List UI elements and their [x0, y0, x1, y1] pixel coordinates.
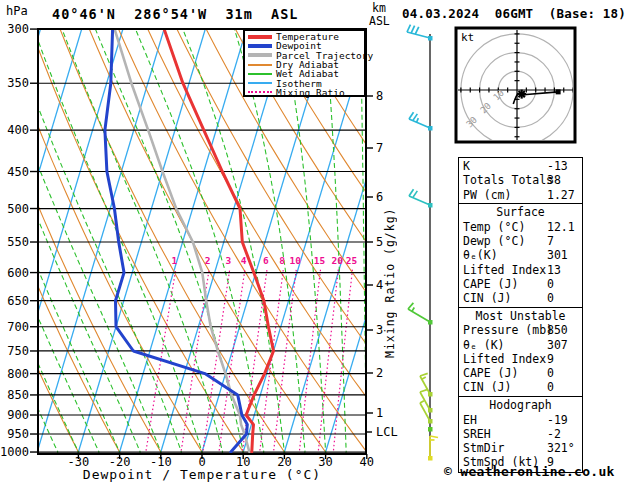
- indices-row-label: θₑ(K): [463, 248, 498, 262]
- indices-row: Pressure (mb)850: [463, 323, 582, 337]
- indices-row-label: Lifted Index: [463, 352, 546, 366]
- svg-text:10: 10: [289, 255, 301, 266]
- svg-text:2: 2: [376, 366, 383, 380]
- wind-barb: [428, 427, 433, 432]
- indices-row: EH-19: [463, 413, 582, 427]
- indices-row-value: 0: [547, 380, 554, 394]
- indices-box-title: Most Unstable: [463, 309, 582, 323]
- x-axis-label: Dewpoint / Temperature (°C): [38, 467, 366, 482]
- svg-text:700: 700: [7, 320, 29, 334]
- svg-text:15: 15: [314, 255, 326, 266]
- svg-text:1: 1: [376, 406, 383, 420]
- svg-text:8: 8: [376, 89, 383, 103]
- indices-row: Lifted Index13: [463, 263, 582, 277]
- legend-line-swatch: [248, 53, 272, 57]
- dewpoint-curve: [105, 29, 247, 452]
- wind-barb: [407, 25, 433, 41]
- indices-row-label: CIN (J): [463, 380, 511, 394]
- legend-item-label: Wet Adiabat: [276, 69, 339, 78]
- svg-text:450: 450: [7, 165, 29, 179]
- indices-row-label: K: [463, 159, 470, 173]
- svg-text:1: 1: [171, 255, 177, 266]
- indices-row-label: EH: [463, 413, 477, 427]
- svg-text:LCL: LCL: [376, 425, 398, 439]
- station-title: 40°46'N 286°54'W 31m ASL: [52, 6, 298, 22]
- svg-text:2: 2: [205, 255, 211, 266]
- legend-item: Mixing Ratio: [248, 88, 364, 97]
- svg-text:kt: kt: [461, 31, 474, 44]
- svg-text:20: 20: [332, 255, 344, 266]
- indices-row-label: Temp (°C): [463, 220, 525, 234]
- indices-row-value: 9: [547, 352, 554, 366]
- indices-row-value: 850: [547, 323, 568, 337]
- indices-row-value: 1.27: [547, 188, 575, 202]
- indices-box: SurfaceTemp (°C)12.1Dewp (°C)7θₑ(K)301Li…: [458, 203, 583, 308]
- legend-line-swatch: [248, 91, 272, 93]
- hodograph: 102030kt: [456, 28, 575, 146]
- legend-line-swatch: [248, 44, 272, 48]
- legend-line-swatch: [248, 73, 272, 75]
- wind-barb: [409, 189, 433, 207]
- pressure-axis-labels: 3003504004505005506006507007508008509009…: [0, 22, 38, 459]
- indices-row: Lifted Index9: [463, 352, 582, 366]
- indices-row-value: 7: [547, 234, 554, 248]
- indices-row: Temp (°C)12.1: [463, 220, 582, 234]
- svg-text:900: 900: [7, 408, 29, 422]
- svg-text:400: 400: [7, 123, 29, 137]
- indices-row: CAPE (J)0: [463, 277, 582, 291]
- indices-row-label: Lifted Index: [463, 263, 546, 277]
- indices-row-label: CAPE (J): [463, 366, 518, 380]
- legend-line-swatch: [248, 64, 272, 66]
- indices-row: CIN (J)0: [463, 291, 582, 305]
- svg-text:3: 3: [226, 255, 232, 266]
- indices-row-label: Totals Totals: [463, 173, 553, 187]
- mixing-ratio-axis-label: Mixing Ratio (g/kg): [383, 178, 397, 358]
- indices-row: Totals Totals38: [463, 173, 582, 187]
- legend-line-swatch: [248, 82, 272, 84]
- svg-text:650: 650: [7, 294, 29, 308]
- indices-box-title: Hodograph: [463, 398, 582, 412]
- indices-row-value: 12.1: [547, 220, 575, 234]
- svg-text:7: 7: [376, 141, 383, 155]
- svg-text:500: 500: [7, 202, 29, 216]
- svg-text:750: 750: [7, 344, 29, 358]
- indices-table: K-13Totals Totals38PW (cm)1.27SurfaceTem…: [458, 157, 583, 473]
- indices-row-label: Dewp (°C): [463, 234, 525, 248]
- svg-text:6: 6: [263, 255, 269, 266]
- indices-row-label: Pressure (mb): [463, 323, 553, 337]
- indices-row-label: θₑ (K): [463, 338, 505, 352]
- sounding-chart-page: 1234681015202530035040045050055060065070…: [0, 0, 629, 486]
- indices-row: θₑ (K)307: [463, 338, 582, 352]
- indices-row-value: -13: [547, 159, 568, 173]
- indices-row: θₑ(K)301: [463, 248, 582, 262]
- svg-text:1000: 1000: [0, 445, 29, 459]
- indices-row-label: CAPE (J): [463, 277, 518, 291]
- svg-text:8: 8: [279, 255, 285, 266]
- indices-box: Most UnstablePressure (mb)850θₑ (K)307Li…: [458, 307, 583, 398]
- indices-row-label: PW (cm): [463, 188, 511, 202]
- indices-row: CAPE (J)0: [463, 366, 582, 380]
- svg-text:550: 550: [7, 235, 29, 249]
- wind-barb: [420, 373, 433, 396]
- svg-text:800: 800: [7, 367, 29, 381]
- indices-row-label: StmDir: [463, 441, 505, 455]
- svg-text:4: 4: [241, 255, 247, 266]
- svg-text:300: 300: [7, 22, 29, 36]
- indices-row-value: 0: [547, 277, 554, 291]
- datetime-title: 04.03.2024 06GMT (Base: 18): [402, 6, 626, 21]
- legend-item-label: Mixing Ratio: [276, 88, 345, 97]
- svg-text:600: 600: [7, 266, 29, 280]
- indices-box: K-13Totals Totals38PW (cm)1.27: [458, 157, 583, 205]
- indices-row-value: 13: [547, 263, 561, 277]
- indices-box: HodographEH-19SREH-2StmDir321°StmSpd (kt…: [458, 396, 583, 472]
- svg-text:ASL: ASL: [369, 14, 390, 28]
- legend-line-swatch: [248, 35, 272, 39]
- indices-row-label: SREH: [463, 427, 491, 441]
- indices-row: K-13: [463, 159, 582, 173]
- indices-row: PW (cm)1.27: [463, 188, 582, 202]
- indices-row: SREH-2: [463, 427, 582, 441]
- indices-row-value: 0: [547, 366, 554, 380]
- indices-row-value: 321°: [547, 441, 575, 455]
- legend: TemperatureDewpointParcel TrajectoryDry …: [243, 29, 366, 97]
- indices-row-value: 0: [547, 291, 554, 305]
